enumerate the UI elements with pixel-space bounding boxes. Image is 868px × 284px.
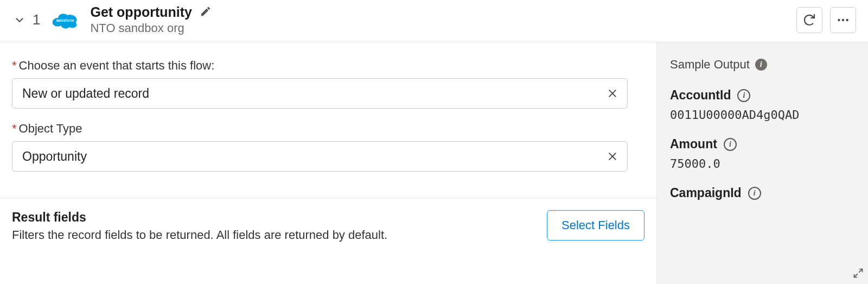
svg-point-7 (842, 18, 844, 21)
event-clear-button[interactable] (602, 83, 623, 104)
result-fields-title: Result fields (12, 210, 536, 225)
result-fields-section: Result fields Filters the record fields … (0, 198, 656, 249)
step-header: 1 salesforce Get opportunity NTO (0, 0, 868, 42)
output-field-label: AccountId (670, 88, 731, 103)
chevron-down-icon (14, 14, 25, 26)
object-type-input[interactable] (12, 141, 628, 172)
info-icon[interactable]: i (724, 138, 737, 151)
object-type-field: *Object Type (12, 122, 644, 172)
object-type-label: Object Type (19, 122, 82, 136)
svg-point-4 (68, 21, 77, 28)
required-indicator: * (12, 122, 17, 136)
svg-text:salesforce: salesforce (56, 18, 75, 22)
expand-icon (853, 268, 864, 279)
step-title: Get opportunity (90, 4, 192, 20)
result-fields-description: Filters the record fields to be returned… (12, 228, 536, 242)
output-field: Amount i 75000.0 (670, 137, 855, 171)
select-fields-button[interactable]: Select Fields (547, 210, 644, 241)
svg-line-14 (854, 274, 858, 277)
more-actions-button[interactable] (830, 7, 856, 33)
svg-point-6 (838, 18, 840, 21)
info-icon[interactable]: i (737, 89, 750, 102)
collapse-toggle[interactable] (12, 12, 27, 28)
output-field-label: Amount (670, 137, 717, 152)
sample-output-title: Sample Output (670, 58, 750, 72)
output-field: CampaignId i (670, 186, 855, 200)
close-icon (607, 88, 618, 99)
refresh-icon (803, 14, 816, 27)
pencil-icon (200, 5, 212, 17)
expand-panel-button[interactable] (853, 268, 864, 281)
step-number: 1 (33, 11, 40, 28)
refresh-button[interactable] (796, 7, 822, 33)
output-field-value: 75000.0 (670, 157, 855, 171)
edit-title-button[interactable] (200, 5, 212, 20)
output-field-value: 0011U00000AD4g0QAD (670, 108, 855, 122)
info-icon[interactable]: i (755, 59, 767, 71)
main-panel: *Choose an event that starts this flow: … (0, 42, 656, 284)
object-type-clear-button[interactable] (602, 146, 623, 167)
salesforce-logo: salesforce (50, 9, 80, 31)
svg-point-8 (846, 18, 848, 21)
required-indicator: * (12, 59, 17, 73)
info-icon[interactable]: i (748, 187, 761, 200)
event-field: *Choose an event that starts this flow: (12, 59, 644, 109)
sample-output-panel: Sample Output i AccountId i 0011U00000AD… (656, 42, 868, 284)
ellipsis-icon (836, 13, 850, 27)
connection-name: NTO sandbox org (90, 21, 211, 35)
event-field-label: Choose an event that starts this flow: (19, 59, 215, 73)
output-field: AccountId i 0011U00000AD4g0QAD (670, 88, 855, 122)
svg-line-13 (859, 269, 863, 273)
event-input[interactable] (12, 78, 628, 109)
output-field-label: CampaignId (670, 186, 742, 200)
close-icon (607, 151, 618, 162)
